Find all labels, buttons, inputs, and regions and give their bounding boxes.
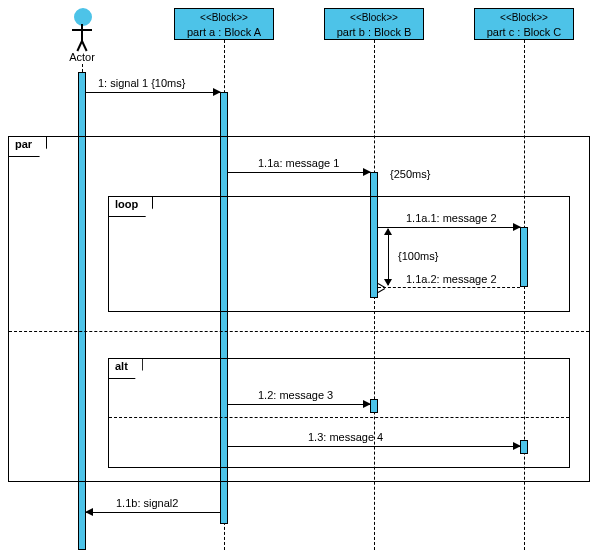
alt-divider	[109, 417, 569, 418]
arrow-right-icon	[513, 442, 521, 450]
constraint-250ms: {250ms}	[390, 168, 430, 180]
fragment-alt: alt	[108, 358, 570, 468]
actor-leg-right	[81, 41, 87, 52]
message-1-1a-1-label: 1.1a.1: message 2	[406, 212, 497, 224]
lifeline-header-a: <<Block>> part a : Block A	[174, 8, 274, 40]
arrow-right-icon	[213, 88, 221, 96]
label-b: part b : Block B	[325, 25, 423, 39]
message-1-3-label: 1.3: message 4	[308, 431, 383, 443]
arrow-right-icon	[363, 400, 371, 408]
message-1-1b-label: 1.1b: signal2	[116, 497, 178, 509]
fragment-par-tag: par	[9, 137, 47, 157]
message-1-1a: 1.1a: message 1	[228, 172, 370, 173]
message-1-label: 1: signal 1 {10ms}	[98, 77, 185, 89]
message-1-3: 1.3: message 4	[228, 446, 520, 447]
fragment-loop-tag: loop	[109, 197, 153, 217]
actor-label: Actor	[57, 51, 107, 63]
message-1-1a-2: 1.1a.2: message 2	[378, 287, 520, 288]
fragment-alt-tag: alt	[109, 359, 143, 379]
arrow-right-icon	[513, 223, 521, 231]
stereotype-b: <<Block>>	[325, 11, 423, 25]
duration-bracket	[388, 229, 389, 285]
lifeline-header-c: <<Block>> part c : Block C	[474, 8, 574, 40]
arrow-right-icon	[363, 168, 371, 176]
fragment-loop: loop	[108, 196, 570, 312]
stereotype-a: <<Block>>	[175, 11, 273, 25]
message-1: 1: signal 1 {10ms}	[86, 92, 220, 93]
par-divider	[9, 331, 589, 332]
lifeline-header-b: <<Block>> part b : Block B	[324, 8, 424, 40]
duration-top-arrow-icon	[384, 228, 392, 235]
label-a: part a : Block A	[175, 25, 273, 39]
message-1-1a-label: 1.1a: message 1	[258, 157, 339, 169]
constraint-100ms: {100ms}	[398, 250, 438, 262]
stereotype-c: <<Block>>	[475, 11, 573, 25]
label-c: part c : Block C	[475, 25, 573, 39]
actor-head-icon	[74, 8, 92, 26]
message-1-1a-1: 1.1a.1: message 2	[378, 227, 520, 228]
message-1-1b: 1.1b: signal2	[86, 512, 220, 513]
message-1-2-label: 1.2: message 3	[258, 389, 333, 401]
message-1-1a-2-label: 1.1a.2: message 2	[406, 273, 497, 285]
message-1-2: 1.2: message 3	[228, 404, 370, 405]
arrow-left-open-icon	[378, 283, 386, 293]
arrow-left-icon	[85, 508, 93, 516]
actor-arms-line	[72, 29, 92, 31]
